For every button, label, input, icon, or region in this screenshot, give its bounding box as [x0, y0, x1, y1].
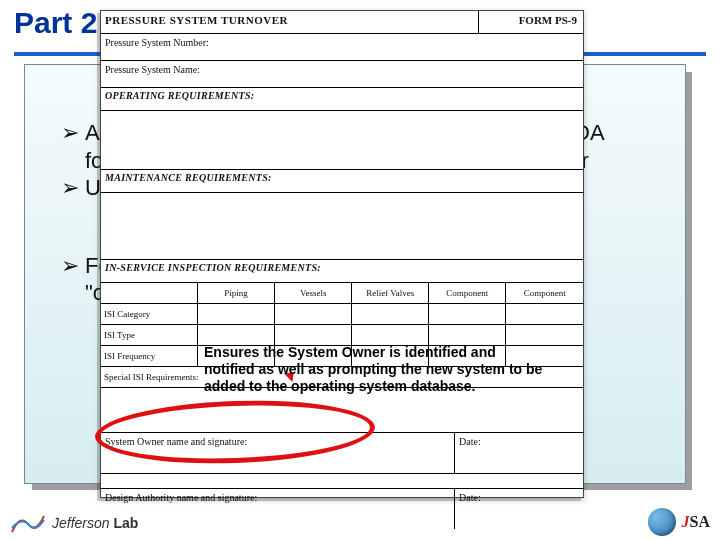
- form-gap: [101, 388, 583, 432]
- callout-text: Ensures the System Owner is identified a…: [204, 344, 544, 394]
- isi-col-comp2: Component: [506, 283, 583, 304]
- isi-row-cat: ISI Category: [101, 304, 198, 325]
- isi-row-freq: ISI Frequency: [101, 346, 198, 367]
- chevron-icon: ➢: [61, 252, 79, 280]
- form-title: PRESSURE SYSTEM TURNOVER: [101, 11, 479, 33]
- sig-owner-label: System Owner name and signature:: [101, 433, 455, 473]
- table-row: ISI Type: [101, 325, 583, 346]
- form-sig-owner: System Owner name and signature: Date:: [101, 432, 583, 474]
- form-block-maint: [101, 193, 583, 260]
- slide: Part 2 – Place System Into Action ➢ Afte…: [0, 0, 720, 540]
- ps9-form: PRESSURE SYSTEM TURNOVER FORM PS-9 Press…: [101, 11, 583, 497]
- ps9-form-image: PRESSURE SYSTEM TURNOVER FORM PS-9 Press…: [100, 10, 584, 498]
- chevron-icon: ➢: [61, 119, 79, 147]
- chevron-icon: ➢: [61, 174, 79, 202]
- globe-icon: [648, 508, 676, 536]
- jlab-mark-icon: [10, 510, 46, 536]
- footer: Jefferson Lab JSA: [0, 504, 720, 540]
- table-row: ISI Category: [101, 304, 583, 325]
- isi-col-blank: [101, 283, 198, 304]
- isi-col-piping: Piping: [198, 283, 275, 304]
- form-id: FORM PS-9: [479, 11, 583, 33]
- form-row-number: Pressure System Number:: [101, 34, 583, 61]
- jsa-logo: JSA: [648, 508, 710, 536]
- jlab-text-b: Lab: [113, 515, 138, 531]
- jsa-text: JSA: [682, 513, 710, 531]
- form-section-isi: IN-SERVICE INSPECTION REQUIREMENTS:: [101, 260, 583, 283]
- isi-col-relief: Relief Valves: [352, 283, 429, 304]
- form-block-op: [101, 111, 583, 170]
- form-row-name: Pressure System Name:: [101, 61, 583, 88]
- form-row-number-label: Pressure System Number:: [105, 37, 209, 48]
- isi-col-vessels: Vessels: [275, 283, 352, 304]
- jlab-text: Jefferson Lab: [52, 515, 138, 531]
- form-section-op: OPERATING REQUIREMENTS:: [101, 88, 583, 111]
- jefferson-lab-logo: Jefferson Lab: [10, 510, 138, 536]
- isi-col-comp1: Component: [429, 283, 506, 304]
- sig-owner-date: Date:: [455, 433, 583, 473]
- form-row-name-label: Pressure System Name:: [105, 64, 200, 75]
- form-title-row: PRESSURE SYSTEM TURNOVER FORM PS-9: [101, 11, 583, 34]
- form-gap-2: [101, 474, 583, 488]
- form-section-maint: MAINTENANCE REQUIREMENTS:: [101, 170, 583, 193]
- isi-row-type: ISI Type: [101, 325, 198, 346]
- jlab-text-a: Jefferson: [52, 515, 110, 531]
